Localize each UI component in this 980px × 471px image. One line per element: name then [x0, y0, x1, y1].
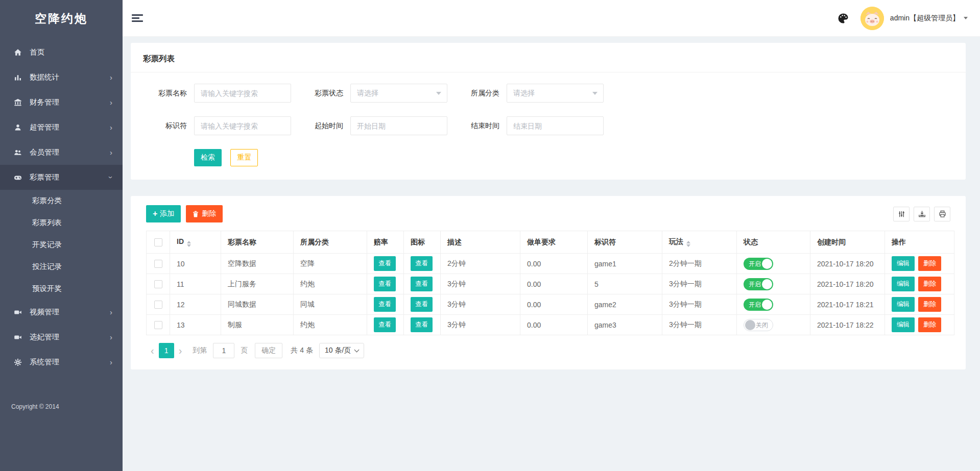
start-date-input[interactable]	[350, 116, 447, 135]
view-odds-button[interactable]: 查看	[374, 317, 396, 332]
cell-category: 约炮	[294, 315, 367, 335]
current-page-button[interactable]: 1	[159, 343, 174, 358]
view-icon-button[interactable]: 查看	[411, 317, 433, 332]
submenu-item-draw-records[interactable]: 开奖记录	[0, 234, 123, 256]
sort-icon[interactable]	[686, 241, 690, 247]
sidebar-item-home[interactable]: 首页	[0, 40, 123, 65]
menu-toggle-icon[interactable]	[132, 14, 143, 22]
identifier-label: 标识符	[141, 121, 187, 131]
batch-delete-button[interactable]: 删除	[186, 205, 223, 222]
goto-page-input[interactable]	[213, 343, 234, 358]
cell-identifier: 5	[588, 274, 662, 294]
username-label[interactable]: admin【超级管理员】	[890, 14, 960, 23]
row-checkbox[interactable]	[154, 260, 162, 268]
row-checkbox[interactable]	[154, 280, 162, 288]
delete-button[interactable]: 删除	[918, 297, 941, 312]
cell-desc: 3分钟	[441, 294, 520, 315]
view-odds-button[interactable]: 查看	[374, 256, 396, 271]
search-button[interactable]: 检索	[194, 149, 222, 166]
print-icon[interactable]	[934, 207, 950, 221]
cell-category: 空降	[294, 254, 367, 274]
user-avatar[interactable]	[861, 7, 884, 30]
edit-button[interactable]: 编辑	[892, 297, 915, 312]
filter-form: 彩票名称 彩票状态 请选择 所属分类 请选择	[131, 72, 966, 180]
delete-button[interactable]: 删除	[918, 317, 941, 332]
column-odds: 赔率	[367, 231, 404, 254]
cell-identifier: game3	[588, 315, 662, 335]
row-checkbox[interactable]	[154, 321, 162, 329]
user-dropdown-caret-icon[interactable]	[964, 17, 968, 19]
submenu-item-preset-draw[interactable]: 预设开奖	[0, 278, 123, 300]
cell-requirement: 0.00	[520, 254, 588, 274]
sidebar-item-concubine[interactable]: 选妃管理 ›	[0, 325, 123, 350]
cell-desc: 3分钟	[441, 274, 520, 294]
status-toggle[interactable]: 关闭	[744, 319, 773, 331]
edit-button[interactable]: 编辑	[892, 277, 915, 291]
submenu-item-lottery-category[interactable]: 彩票分类	[0, 190, 123, 212]
video-camera-icon	[13, 333, 22, 341]
chevron-right-icon: ›	[110, 308, 112, 316]
edit-button[interactable]: 编辑	[892, 256, 915, 271]
sidebar-item-superadmin[interactable]: 超管管理 ›	[0, 115, 123, 140]
view-odds-button[interactable]: 查看	[374, 277, 396, 291]
select-caret-icon	[592, 92, 597, 95]
submenu-item-lottery-list[interactable]: 彩票列表	[0, 212, 123, 234]
status-toggle[interactable]: 开启	[744, 299, 773, 311]
status-toggle[interactable]: 开启	[744, 278, 773, 290]
gamepad-icon	[13, 173, 22, 182]
delete-button[interactable]: 删除	[918, 256, 941, 271]
table-row: 12 同城数据 同城 查看 查看 3分钟 0.00 game2 3分钟一期 开启…	[147, 294, 954, 315]
sidebar-item-lottery[interactable]: 彩票管理 ›	[0, 165, 123, 190]
cell-identifier: game2	[588, 294, 662, 315]
page-size-select[interactable]: 10 条/页	[319, 343, 364, 358]
sidebar-item-members[interactable]: 会员管理 ›	[0, 140, 123, 165]
cell-identifier: game1	[588, 254, 662, 274]
top-header: admin【超级管理员】	[123, 0, 980, 37]
edit-button[interactable]: 编辑	[892, 317, 915, 332]
prev-page-icon[interactable]: ‹	[146, 345, 159, 356]
chevron-right-icon: ›	[110, 73, 112, 82]
category-select[interactable]: 请选择	[507, 84, 604, 103]
category-label: 所属分类	[453, 89, 499, 98]
lottery-name-input[interactable]	[194, 84, 291, 103]
lottery-name-label: 彩票名称	[141, 89, 187, 98]
add-button[interactable]: +添加	[146, 205, 181, 222]
status-toggle[interactable]: 开启	[744, 258, 773, 270]
view-icon-button[interactable]: 查看	[411, 297, 433, 312]
sidebar-item-video[interactable]: 视频管理 ›	[0, 300, 123, 325]
submenu-item-bet-records[interactable]: 投注记录	[0, 256, 123, 278]
lottery-submenu: 彩票分类 彩票列表 开奖记录 投注记录 预设开奖	[0, 190, 123, 300]
sort-icon[interactable]	[187, 241, 191, 247]
identifier-input[interactable]	[194, 116, 291, 135]
column-identifier: 标识符	[588, 231, 662, 254]
view-icon-button[interactable]: 查看	[411, 256, 433, 271]
sidebar-item-label: 财务管理	[30, 97, 59, 107]
sidebar-item-statistics[interactable]: 数据统计 ›	[0, 65, 123, 90]
view-icon-button[interactable]: 查看	[411, 277, 433, 291]
end-date-input[interactable]	[507, 116, 604, 135]
table-row: 11 上门服务 约炮 查看 查看 3分钟 0.00 5 3分钟一期 开启 202…	[147, 274, 954, 294]
export-icon[interactable]	[914, 207, 930, 221]
confirm-page-button[interactable]: 确定	[255, 343, 282, 358]
total-count-label: 共 4 条	[291, 346, 313, 355]
reset-button[interactable]: 重置	[230, 149, 258, 166]
start-time-label: 起始时间	[297, 121, 343, 131]
select-all-checkbox[interactable]	[154, 238, 162, 246]
sidebar-item-system[interactable]: 系统管理 ›	[0, 350, 123, 375]
column-created: 创建时间	[810, 231, 885, 254]
theme-palette-icon[interactable]	[837, 12, 849, 24]
cell-created: 2021-10-17 18:21	[810, 294, 885, 315]
cell-requirement: 0.00	[520, 274, 588, 294]
cell-play: 2分钟一期	[662, 254, 737, 274]
row-checkbox[interactable]	[154, 301, 162, 309]
cell-category: 约炮	[294, 274, 367, 294]
cell-play: 3分钟一期	[662, 294, 737, 315]
delete-button[interactable]: 删除	[918, 277, 941, 291]
filter-columns-icon[interactable]	[893, 207, 910, 221]
lottery-status-select[interactable]: 请选择	[350, 84, 447, 103]
chevron-right-icon: ›	[110, 333, 112, 341]
column-icon: 图标	[404, 231, 441, 254]
sidebar-item-finance[interactable]: 财务管理 ›	[0, 90, 123, 115]
view-odds-button[interactable]: 查看	[374, 297, 396, 312]
next-page-icon[interactable]: ›	[174, 345, 187, 356]
